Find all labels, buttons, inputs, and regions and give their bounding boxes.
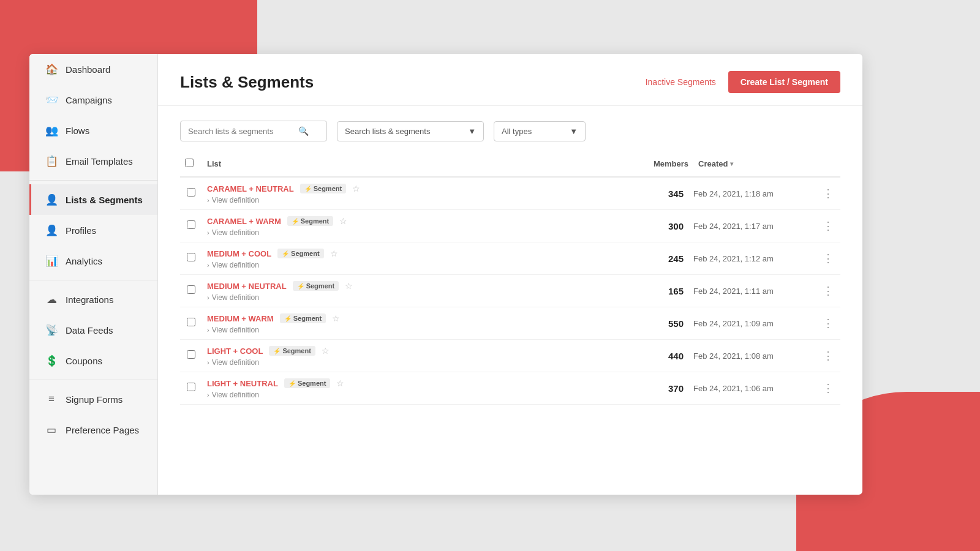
view-definition-5[interactable]: › View definition (207, 358, 615, 367)
sidebar-item-data-feeds[interactable]: 📡 Data Feeds (29, 315, 157, 345)
view-definition-1[interactable]: › View definition (207, 228, 615, 237)
row-actions-5[interactable]: ⋮ (816, 340, 840, 372)
row-actions-2[interactable]: ⋮ (816, 242, 840, 275)
row-checkbox-3[interactable] (187, 285, 195, 294)
search-input[interactable] (188, 127, 298, 136)
sidebar-item-profiles[interactable]: 👤 Profiles (29, 215, 157, 246)
lists-table: List Members Created ▾ (180, 151, 840, 405)
list-name-4[interactable]: MEDIUM + WARM (207, 314, 274, 323)
list-name-1[interactable]: CARAMEL + WARM (207, 217, 281, 226)
star-icon-0[interactable]: ☆ (352, 184, 360, 193)
row-actions-3[interactable]: ⋮ (816, 275, 840, 307)
view-definition-2[interactable]: › View definition (207, 261, 615, 269)
row-list-cell-5: LIGHT + COOL ⚡ Segment ☆ › View definiti… (202, 340, 620, 372)
more-button-2[interactable]: ⋮ (818, 249, 839, 268)
view-definition-6[interactable]: › View definition (207, 391, 615, 399)
sidebar-icon-flows: 👥 (45, 124, 58, 137)
star-icon-5[interactable]: ☆ (322, 346, 330, 356)
row-list-cell-0: CARAMEL + NEUTRAL ⚡ Segment ☆ › View def… (202, 177, 620, 210)
row-created-4: Feb 24, 2021, 1:09 am (693, 307, 816, 340)
create-list-segment-button[interactable]: Create List / Segment (728, 71, 840, 93)
segment-badge-icon-1: ⚡ (292, 218, 299, 225)
row-checkbox-4[interactable] (187, 318, 195, 326)
row-list-cell-4: MEDIUM + WARM ⚡ Segment ☆ › View definit… (202, 307, 620, 340)
search-dropdown[interactable]: Search lists & segments ▼ (337, 121, 484, 141)
row-list-cell-1: CARAMEL + WARM ⚡ Segment ☆ › View defini… (202, 210, 620, 242)
sidebar-icon-preference-pages: ▭ (45, 423, 58, 437)
list-name-6[interactable]: LIGHT + NEUTRAL (207, 379, 278, 388)
row-list-cell-6: LIGHT + NEUTRAL ⚡ Segment ☆ › View defin… (202, 372, 620, 405)
col-created-header[interactable]: Created ▾ (693, 151, 816, 177)
inactive-segments-button[interactable]: Inactive Segments (646, 77, 716, 87)
row-actions-6[interactable]: ⋮ (816, 372, 840, 405)
more-button-5[interactable]: ⋮ (818, 347, 839, 365)
search-dropdown-label: Search lists & segments (345, 127, 430, 136)
row-checkbox-1[interactable] (187, 220, 195, 229)
sidebar-item-flows[interactable]: 👥 Flows (29, 115, 157, 146)
row-checkbox-0[interactable] (187, 188, 195, 197)
row-checkbox-cell-1[interactable] (180, 210, 202, 242)
list-name-5[interactable]: LIGHT + COOL (207, 347, 263, 356)
row-list-cell-2: MEDIUM + COOL ⚡ Segment ☆ › View definit… (202, 242, 620, 275)
search-input-wrap[interactable]: 🔍 (180, 121, 327, 141)
view-definition-0[interactable]: › View definition (207, 196, 615, 204)
segment-badge-4: ⚡ Segment (280, 313, 326, 323)
list-name-3[interactable]: MEDIUM + NEUTRAL (207, 282, 287, 291)
star-icon-6[interactable]: ☆ (336, 378, 344, 388)
table-row: CARAMEL + NEUTRAL ⚡ Segment ☆ › View def… (180, 177, 840, 210)
list-name-2[interactable]: MEDIUM + COOL (207, 249, 271, 258)
star-icon-1[interactable]: ☆ (339, 216, 347, 226)
row-checkbox-6[interactable] (187, 383, 195, 391)
sidebar-item-lists-segments[interactable]: 👤 Lists & Segments (29, 184, 157, 215)
sidebar-icon-signup-forms: ≡ (45, 392, 58, 406)
more-button-4[interactable]: ⋮ (818, 314, 839, 332)
row-checkbox-2[interactable] (187, 253, 195, 261)
chevron-down-icon-2: ▼ (570, 127, 578, 136)
view-definition-3[interactable]: › View definition (207, 293, 615, 302)
page-title: Lists & Segments (180, 73, 314, 92)
type-dropdown[interactable]: All types ▼ (494, 121, 586, 141)
star-icon-3[interactable]: ☆ (345, 281, 353, 291)
sidebar-item-campaigns[interactable]: 📨 Campaigns (29, 84, 157, 115)
more-button-6[interactable]: ⋮ (818, 379, 839, 397)
sidebar-item-coupons[interactable]: 💲 Coupons (29, 345, 157, 376)
sidebar-item-analytics[interactable]: 📊 Analytics (29, 246, 157, 276)
sidebar-icon-lists-segments: 👤 (45, 193, 58, 206)
select-all-checkbox[interactable] (185, 159, 194, 167)
table-row: LIGHT + NEUTRAL ⚡ Segment ☆ › View defin… (180, 372, 840, 405)
sidebar-label-analytics: Analytics (66, 256, 102, 266)
row-created-2: Feb 24, 2021, 1:12 am (693, 242, 816, 275)
row-members-5: 440 (620, 340, 693, 372)
row-checkbox-cell-3[interactable] (180, 275, 202, 307)
row-checkbox-cell-5[interactable] (180, 340, 202, 372)
col-members-header: Members (620, 151, 693, 177)
chevron-right-icon-2: › (207, 261, 209, 269)
sidebar-item-dashboard[interactable]: 🏠 Dashboard (29, 54, 157, 84)
sidebar-item-email-templates[interactable]: 📋 Email Templates (29, 146, 157, 176)
view-definition-4[interactable]: › View definition (207, 326, 615, 334)
row-checkbox-cell-2[interactable] (180, 242, 202, 275)
row-actions-4[interactable]: ⋮ (816, 307, 840, 340)
row-actions-1[interactable]: ⋮ (816, 210, 840, 242)
sidebar-item-integrations[interactable]: ☁ Integrations (29, 284, 157, 315)
row-actions-0[interactable]: ⋮ (816, 177, 840, 210)
sidebar-icon-analytics: 📊 (45, 254, 58, 268)
star-icon-4[interactable]: ☆ (332, 313, 340, 323)
segment-badge-2: ⚡ Segment (277, 249, 323, 258)
sidebar-item-signup-forms[interactable]: ≡ Signup Forms (29, 384, 157, 414)
sidebar-item-preference-pages[interactable]: ▭ Preference Pages (29, 414, 157, 445)
more-button-0[interactable]: ⋮ (818, 184, 839, 203)
table-row: MEDIUM + NEUTRAL ⚡ Segment ☆ › View defi… (180, 275, 840, 307)
row-checkbox-cell-4[interactable] (180, 307, 202, 340)
row-checkbox-cell-0[interactable] (180, 177, 202, 210)
sidebar-label-profiles: Profiles (66, 225, 96, 236)
more-button-1[interactable]: ⋮ (818, 217, 839, 235)
sidebar-label-email-templates: Email Templates (66, 156, 133, 167)
row-checkbox-cell-6[interactable] (180, 372, 202, 405)
more-button-3[interactable]: ⋮ (818, 282, 839, 300)
segment-badge-6: ⚡ Segment (284, 378, 330, 388)
row-checkbox-5[interactable] (187, 350, 195, 359)
star-icon-2[interactable]: ☆ (330, 249, 338, 258)
col-actions-header (816, 151, 840, 177)
list-name-0[interactable]: CARAMEL + NEUTRAL (207, 184, 294, 193)
